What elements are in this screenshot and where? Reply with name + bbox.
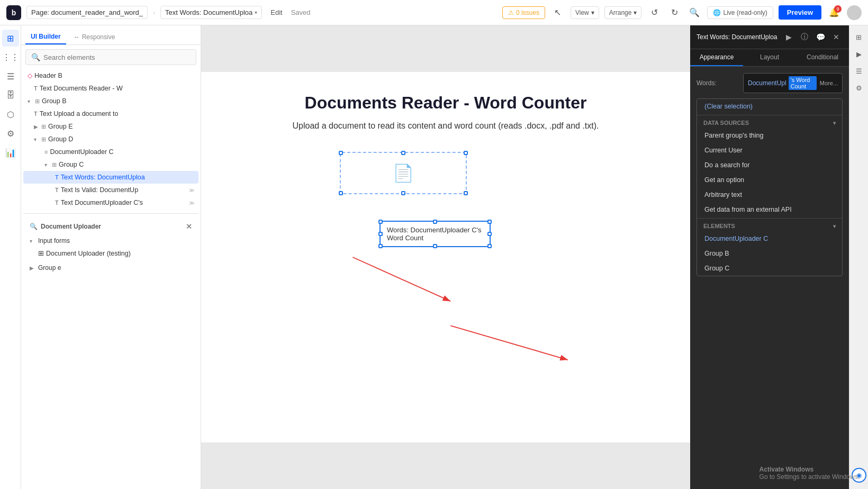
comment-icon[interactable]: 💬	[814, 31, 827, 43]
props-header: Text Words: DocumentUploa ▶ ⓘ 💬 ✕	[690, 25, 849, 49]
redo-icon[interactable]: ↻	[667, 5, 682, 20]
tree-item-label: Group B	[42, 97, 194, 105]
expand-icon: ▾	[44, 162, 50, 168]
data-icon[interactable]: ☰	[2, 68, 19, 85]
handle-bottom-left[interactable]	[339, 191, 343, 195]
dropdown-group-b[interactable]: Group B	[697, 246, 842, 261]
element-selector[interactable]: Text Words: DocumentUploa ▾	[160, 6, 262, 19]
close-icon[interactable]: ✕	[186, 222, 192, 231]
handle-top-right[interactable]	[487, 220, 492, 224]
tab-layout[interactable]: Layout	[743, 49, 796, 66]
field-value-tag: 's Word Count	[789, 76, 817, 90]
preview-button[interactable]: Preview	[779, 5, 821, 20]
text-icon: T	[34, 85, 38, 92]
badge: ≫	[189, 187, 194, 193]
elements-section: ELEMENTS ▾	[697, 220, 842, 231]
tree-item-label: DocumentUploader C	[50, 148, 194, 156]
tree-item-text-words[interactable]: T Text Words: DocumentUploa	[23, 171, 198, 184]
issues-button[interactable]: ⚠ 0 issues	[502, 6, 545, 19]
tree-item-group-b[interactable]: ▾ ⊞ Group B	[23, 95, 198, 107]
undo-icon[interactable]: ↺	[647, 5, 662, 20]
search-icon[interactable]: 🔍	[687, 5, 702, 20]
dropdown-arbitrary-text[interactable]: Arbitrary text	[697, 187, 842, 202]
view-button[interactable]: View ▾	[571, 6, 599, 19]
close-icon[interactable]: ✕	[830, 31, 843, 43]
handle-bottom-right[interactable]	[487, 244, 492, 248]
page-selector[interactable]: Page: document_reader_and_word_	[26, 6, 148, 19]
expand-icon: ▶	[34, 124, 39, 130]
group-icon: ⊞	[41, 123, 46, 130]
handle-left-mid[interactable]	[378, 232, 383, 236]
dropdown-clear[interactable]: (Clear selection)	[697, 99, 842, 114]
dropdown-group-c[interactable]: Group C	[697, 261, 842, 276]
handle-bottom-right[interactable]	[464, 191, 468, 195]
rtb-menu-icon[interactable]: ☰	[852, 64, 866, 78]
tree-item-text-docuploader[interactable]: T Text DocumentUploader C's ≫	[23, 196, 198, 209]
dropdown-current-user[interactable]: Current User	[697, 143, 842, 158]
expand-icon: ▾	[28, 98, 33, 104]
activate-watermark: Activate Windows Go to Settings to activ…	[760, 466, 860, 481]
analytics-icon[interactable]: 📊	[2, 144, 19, 161]
search-input[interactable]	[43, 53, 191, 61]
handle-right-mid[interactable]	[487, 232, 492, 236]
ui-builder-icon[interactable]: ⊞	[2, 30, 19, 47]
handle-top-left[interactable]	[378, 220, 383, 224]
handle-top-left[interactable]	[339, 151, 343, 155]
logo: b	[6, 5, 21, 20]
word-count-box[interactable]: Words: DocumentUploader C's Word Count	[379, 221, 491, 247]
database-icon[interactable]: 🗄	[2, 87, 19, 104]
tab-responsive[interactable]: ↔ Responsive	[68, 30, 121, 44]
section-label: Group e	[38, 264, 61, 271]
handle-bottom-mid[interactable]	[433, 244, 437, 248]
rtb-settings-icon[interactable]: ⚙	[852, 80, 866, 95]
search-box[interactable]: 🔍	[25, 49, 196, 65]
tree-item-doc-uploader-testing[interactable]: ⊞ Document Uploader (testing)	[23, 247, 198, 260]
page-subtitle: Upload a document to read its content an…	[222, 121, 669, 131]
tab-ui-builder[interactable]: UI Builder	[25, 30, 66, 44]
tree-item-text-docs[interactable]: T Text Documents Reader - W	[23, 82, 198, 95]
responsive-icon: ↔	[74, 33, 80, 41]
dropdown-search-for[interactable]: Do a search for	[697, 158, 842, 173]
divider	[23, 213, 198, 214]
dropdown-get-option[interactable]: Get an option	[697, 173, 842, 187]
tree-item-header-b[interactable]: ◇ Header B	[23, 69, 198, 82]
workflow-icon[interactable]: ⋮⋮	[2, 49, 19, 66]
tree-item-group-c[interactable]: ▾ ⊞ Group C	[23, 158, 198, 171]
tree-item-doc-uploader-c[interactable]: ≡ DocumentUploader C	[23, 146, 198, 158]
rtb-grid-icon[interactable]: ⊞	[852, 30, 866, 44]
edit-button[interactable]: Edit	[267, 6, 285, 19]
user-avatar[interactable]	[847, 5, 862, 20]
dropdown-doc-uploader-c[interactable]: DocumentUploader C	[697, 231, 842, 246]
element-tree: ◇ Header B T Text Documents Reader - W ▾…	[21, 69, 201, 489]
live-button[interactable]: 🌐 Live (read-only)	[707, 6, 773, 19]
tree-item-text-upload[interactable]: T Text Upload a document to	[23, 107, 198, 120]
plugins-icon[interactable]: ⬡	[2, 106, 19, 123]
handle-bottom-left[interactable]	[378, 244, 383, 248]
tree-item-label: Group C	[59, 161, 194, 168]
expand-icon: ▶	[30, 265, 35, 271]
handle-bottom-mid[interactable]	[401, 191, 405, 195]
tab-appearance[interactable]: Appearance	[690, 49, 743, 66]
handle-top-mid[interactable]	[433, 220, 437, 224]
arrange-button[interactable]: Arrange ▾	[604, 6, 642, 19]
tree-item-text-valid[interactable]: T Text Is Valid: DocumentUp ≫	[23, 184, 198, 196]
rtb-video-icon[interactable]: ▶	[852, 47, 866, 61]
info-icon[interactable]: ⓘ	[798, 31, 811, 43]
handle-top-mid[interactable]	[401, 151, 405, 155]
section-label: Input forms	[38, 237, 70, 245]
more-link[interactable]: More...	[820, 80, 838, 86]
settings-icon[interactable]: ⚙	[2, 125, 19, 142]
group-icon: ⊞	[35, 98, 40, 105]
dropdown-parent-group[interactable]: Parent group's thing	[697, 128, 842, 143]
tab-conditional[interactable]: Conditional	[796, 49, 849, 66]
play-icon[interactable]: ▶	[782, 31, 795, 43]
handle-top-right[interactable]	[464, 151, 468, 155]
upload-area[interactable]: 📄	[340, 152, 467, 194]
dropdown-external-api[interactable]: Get data from an external API	[697, 202, 842, 217]
tree-item-group-d[interactable]: ▾ ⊞ Group D	[23, 133, 198, 146]
words-field-value[interactable]: DocumentUpl 's Word Count More...	[743, 73, 843, 93]
cursor-tool-icon[interactable]: ↖	[550, 5, 565, 20]
tree-item-group-e[interactable]: ▶ ⊞ Group E	[23, 120, 198, 133]
props-tabs: Appearance Layout Conditional	[690, 49, 849, 67]
notifications-button[interactable]: 🔔 9	[827, 5, 842, 20]
